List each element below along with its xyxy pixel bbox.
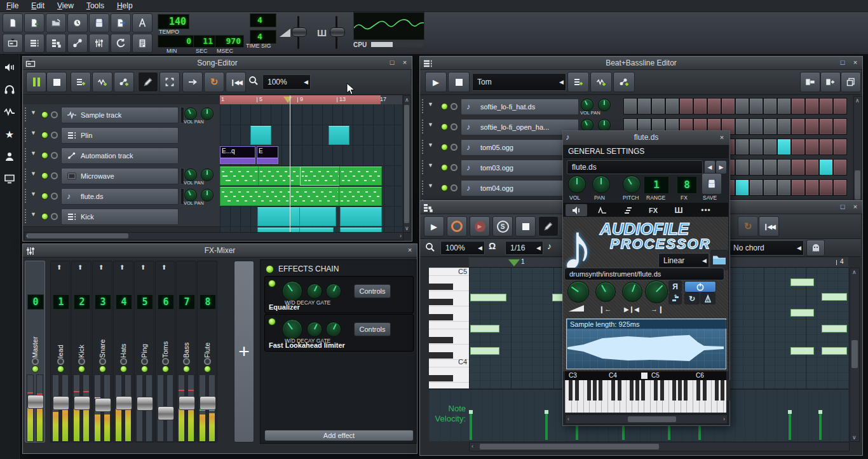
current-note-marker[interactable]	[641, 373, 648, 379]
track-actions-arrow-icon[interactable]: ▼	[31, 130, 36, 136]
instrument-name-field[interactable]: flute.ds	[567, 160, 703, 174]
bb-vscroll-thumb[interactable]	[855, 170, 860, 200]
pr-note[interactable]	[790, 347, 814, 355]
song-edit-mode-button[interactable]	[159, 72, 180, 92]
black-key[interactable]	[696, 380, 700, 401]
mixer-channel-toms[interactable]: ⬆6Toms	[155, 261, 175, 442]
master-pitch-handle[interactable]	[330, 27, 345, 37]
tab-midi[interactable]: Ш	[670, 204, 688, 216]
effect-decay-knob[interactable]	[307, 284, 322, 299]
toolbar-button-new-from-template[interactable]	[24, 13, 44, 32]
mixer-channel-led-off[interactable]	[120, 358, 127, 365]
automation-pattern[interactable]: E...q	[220, 146, 255, 164]
pr-chord-combo[interactable]: No chord◀	[728, 240, 804, 256]
black-key[interactable]	[429, 284, 453, 290]
send-to-master-arrow-icon[interactable]: ⬆	[98, 264, 104, 271]
pr-hscroll-thumb[interactable]	[480, 444, 659, 449]
step-cell[interactable]	[763, 139, 777, 155]
playhead-marker-icon[interactable]	[283, 97, 292, 103]
track-grip[interactable]	[24, 209, 27, 224]
track-mute-led[interactable]	[41, 213, 48, 220]
track-grip[interactable]	[24, 188, 27, 203]
piece-pattern[interactable]	[300, 167, 341, 186]
step-cell[interactable]	[777, 118, 791, 135]
track-pan-knob[interactable]	[201, 189, 214, 202]
black-key[interactable]	[575, 380, 579, 401]
mixer-channel-led-off[interactable]	[32, 358, 39, 365]
mixer-channel-led-off[interactable]	[99, 358, 106, 365]
toolbar-button-song-editor-toggle[interactable]	[3, 34, 23, 53]
track-name-button[interactable]: Microwave	[61, 168, 179, 184]
plugin-volume-knob[interactable]	[568, 175, 586, 193]
bb-clone-steps-button[interactable]	[841, 72, 861, 92]
bb-play-button[interactable]: ▶	[425, 72, 447, 92]
bb-stop-button[interactable]	[448, 72, 470, 92]
mixer-channel-led-on[interactable]	[32, 366, 39, 373]
mixer-fader-handle[interactable]	[158, 406, 174, 420]
step-cell[interactable]	[791, 139, 805, 155]
loop-button[interactable]: ↻	[684, 292, 700, 305]
black-key[interactable]	[429, 337, 453, 343]
track-grip[interactable]	[24, 147, 27, 163]
pr-draw-mode-button[interactable]	[538, 216, 559, 236]
start-point-knob[interactable]	[595, 282, 616, 302]
plugin-close-button[interactable]: ×	[717, 134, 726, 142]
piece-pattern[interactable]	[258, 167, 301, 186]
plugin-pan-knob[interactable]	[592, 175, 610, 193]
bb-track-pan-knob[interactable]	[598, 99, 611, 111]
track-grip[interactable]	[421, 119, 424, 134]
song-zoom-combo[interactable]: 100%◀	[262, 74, 311, 90]
step-cell[interactable]	[749, 98, 763, 114]
menu-view[interactable]: View	[51, 0, 80, 11]
toolbar-button-open-project[interactable]	[46, 13, 66, 32]
black-key[interactable]	[721, 380, 724, 401]
track-actions-arrow-icon[interactable]: ▼	[428, 121, 433, 128]
effect-wd-knob[interactable]	[282, 319, 302, 339]
menu-help[interactable]: Help	[111, 0, 139, 11]
bb-editor-titlebar[interactable]: Beat+Bassline Editor×□	[420, 57, 862, 70]
end-point-knob[interactable]	[645, 280, 668, 303]
mixer-channel-bass[interactable]: 7Bass	[176, 261, 196, 442]
step-cell[interactable]	[791, 98, 805, 114]
pr-note[interactable]	[790, 309, 814, 317]
track-actions-arrow-icon[interactable]: ▼	[428, 182, 433, 189]
song-stop-button[interactable]	[46, 72, 67, 92]
mixer-channel-lead[interactable]: ⬆1lead	[50, 261, 71, 442]
bb-track-name-button[interactable]: ♪softie_lo-fi_hat.ds	[461, 99, 579, 115]
pr-record-button[interactable]	[447, 216, 467, 236]
track-mute-led[interactable]	[441, 184, 448, 191]
sample-path-field[interactable]: drumsynth/instrument/flute.ds	[564, 268, 724, 280]
step-cell[interactable]	[819, 98, 833, 114]
mixer-add-channel-button[interactable]: +	[234, 261, 254, 442]
step-cell[interactable]	[763, 98, 777, 114]
black-key[interactable]	[635, 380, 639, 401]
sidebar-item-instruments[interactable]	[2, 60, 17, 75]
step-cell[interactable]	[749, 179, 763, 196]
mixer-channel-led-on[interactable]	[57, 366, 64, 373]
black-key[interactable]	[641, 380, 645, 401]
track-solo-led[interactable]	[451, 184, 458, 191]
step-cell[interactable]	[763, 159, 777, 175]
loop-off-button[interactable]	[684, 281, 716, 292]
track-mute-led[interactable]	[441, 164, 448, 171]
track-actions-arrow-icon[interactable]: ▼	[31, 109, 36, 116]
song-hscroll-thumb[interactable]	[27, 233, 128, 238]
send-to-master-arrow-icon[interactable]: ⬆	[57, 264, 62, 271]
song-editor-titlebar[interactable]: Song-Editor×□	[23, 57, 412, 70]
toolbar-button-new-project[interactable]	[3, 13, 23, 32]
pingpong-loop-button[interactable]	[700, 292, 715, 305]
toolbar-button-piano-roll-toggle[interactable]	[46, 34, 66, 53]
track-solo-led[interactable]	[51, 193, 58, 200]
track-actions-arrow-icon[interactable]: ▼	[31, 191, 36, 197]
bb-add-bb-track-button[interactable]	[567, 72, 589, 92]
bb-track-name-button[interactable]: ♪tom04.ogg	[461, 180, 579, 196]
velocity-bar[interactable]	[545, 410, 548, 440]
amp-knob[interactable]	[567, 281, 589, 303]
step-cell[interactable]	[763, 179, 777, 196]
add-effect-button[interactable]: Add effect	[264, 430, 414, 441]
tab-fx[interactable]: FX	[644, 204, 662, 216]
mixer-channel-snare[interactable]: ⬆3Snare	[92, 261, 112, 442]
save-preset-button[interactable]	[702, 173, 722, 195]
step-cell[interactable]	[833, 98, 847, 114]
bb-track-volume-knob[interactable]	[581, 119, 593, 132]
